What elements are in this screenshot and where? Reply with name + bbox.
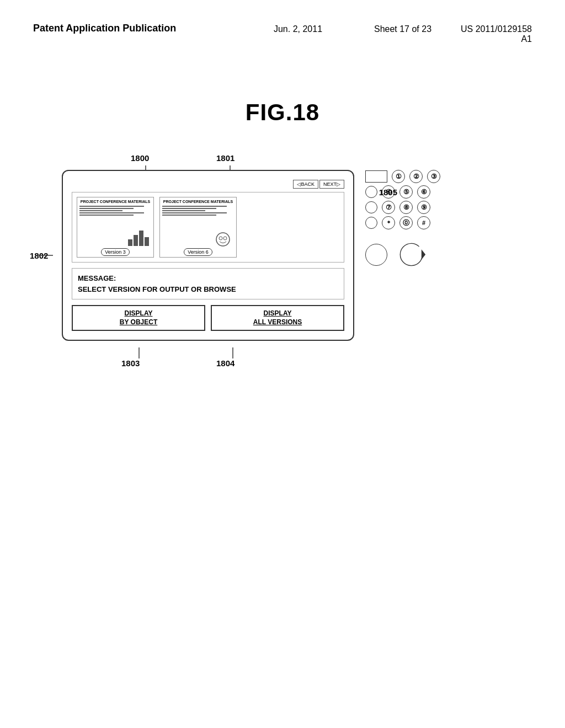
key-2[interactable]: ②	[409, 170, 423, 183]
rect-box	[365, 170, 387, 183]
key-0[interactable]: ⓪	[399, 216, 413, 229]
key-5[interactable]: ⑤	[399, 185, 413, 199]
message-box: MESSAGE: SELECT VERSION FOR OUTPUT OR BR…	[72, 268, 344, 299]
sheet-number: Sheet 17 of 23	[353, 22, 452, 34]
line4	[162, 212, 227, 213]
line2	[79, 208, 134, 209]
key-6[interactable]: ⑥	[417, 185, 430, 199]
circle-overlay-icon	[215, 232, 231, 247]
thumbnail-version3: PROJECT CONFERENCE MATERIALS	[77, 197, 154, 258]
label-1804: 1804	[216, 358, 234, 368]
top-labels-row: 1800 1801	[100, 153, 520, 170]
line5	[79, 215, 134, 216]
figure-title: FIG.18	[0, 99, 565, 126]
svg-point-4	[216, 233, 230, 246]
bar-chart	[128, 229, 149, 246]
message-text: SELECT VERSION FOR OUTPUT OR BROWSE	[78, 284, 338, 295]
next-button[interactable]: NEXT▷	[319, 180, 344, 189]
key-9[interactable]: ⑨	[417, 201, 430, 214]
key-hash[interactable]: #	[417, 216, 430, 229]
nav-area: ◁BACK NEXT▷	[72, 180, 344, 189]
btn1-line1: DISPLAY	[125, 309, 153, 317]
svg-point-6	[223, 237, 227, 240]
label-1803: 1803	[121, 358, 140, 368]
line3	[79, 210, 122, 211]
label-1800: 1800	[131, 153, 149, 163]
thumb2-title: PROJECT CONFERENCE MATERIALS	[162, 200, 234, 204]
display-all-versions-button[interactable]: DISPLAY ALL VERSIONS	[211, 305, 344, 331]
label-1805: 1805	[379, 188, 397, 197]
bottom-labels-row: 1803 1804	[62, 347, 354, 370]
bar1	[128, 239, 132, 246]
keypad-area: ① ② ③ ④ ⑤ ⑥ ⑦ ⑧	[365, 170, 440, 229]
back-button[interactable]: ◁BACK	[293, 180, 318, 189]
keypad-row-3: ⑦ ⑧ ⑨	[365, 201, 440, 214]
svg-point-5	[219, 237, 222, 240]
keypad-row-1: ① ② ③	[365, 170, 440, 183]
right-panel: ① ② ③ ④ ⑤ ⑥ ⑦ ⑧	[365, 170, 440, 341]
key-8[interactable]: ⑧	[399, 201, 413, 214]
line1	[79, 206, 144, 207]
circle-svg	[215, 232, 231, 247]
thumb1-label: Version 3	[79, 249, 151, 255]
screen-box: 1802 1805 ◁BACK NEXT▷ PROJECT CONFERENCE…	[62, 170, 354, 341]
thumbnail-version6: PROJECT CONFERENCE MATERIALS	[159, 197, 237, 258]
diagram-container: 1800 1801 1802 1805	[0, 153, 565, 370]
line5	[162, 215, 216, 216]
line4	[79, 212, 144, 213]
line1	[162, 206, 227, 207]
diagram-wrapper: 1800 1801 1802 1805	[45, 153, 520, 370]
key-star[interactable]: ＊	[382, 216, 395, 229]
message-label: MESSAGE:	[78, 273, 338, 284]
display-by-object-button[interactable]: DISPLAY BY OBJECT	[72, 305, 205, 331]
btn2-line2: ALL VERSIONS	[253, 318, 302, 326]
key-3[interactable]: ③	[427, 170, 440, 183]
bar3	[139, 231, 143, 246]
radio-circle-3[interactable]	[365, 201, 377, 213]
thumb2-label: Version 6	[162, 249, 234, 255]
label-1801: 1801	[216, 153, 234, 163]
action-buttons: DISPLAY BY OBJECT DISPLAY ALL VERSIONS	[72, 305, 344, 331]
btn1-line2: BY OBJECT	[120, 318, 157, 326]
radio-circle-4[interactable]	[365, 217, 377, 229]
label-1802: 1802	[30, 251, 48, 260]
bar4	[145, 237, 149, 246]
key-7[interactable]: ⑦	[382, 201, 395, 214]
phone-circle[interactable]	[365, 244, 387, 266]
thumb1-title: PROJECT CONFERENCE MATERIALS	[79, 200, 151, 204]
keypad-row-4: ＊ ⓪ #	[365, 216, 440, 229]
btn2-line1: DISPLAY	[264, 309, 292, 317]
publication-label: Patent Application Publication	[33, 22, 243, 35]
publication-date: Jun. 2, 2011	[243, 22, 353, 34]
thumbnails-row: PROJECT CONFERENCE MATERIALS	[72, 192, 344, 263]
bar2	[134, 235, 138, 246]
radio-circle-2[interactable]	[365, 186, 377, 198]
bar-chart-icon	[128, 229, 149, 246]
keypad-row-2: ④ ⑤ ⑥	[365, 185, 440, 199]
bottom-connector-svg	[62, 347, 354, 370]
page-header: Patent Application Publication Jun. 2, 2…	[0, 0, 565, 55]
main-panel: 1802 1805 ◁BACK NEXT▷ PROJECT CONFERENCE…	[62, 170, 520, 341]
key-1[interactable]: ①	[392, 170, 405, 183]
svg-marker-8	[422, 249, 425, 259]
dial-icon	[396, 239, 427, 270]
patent-number: US 2011/0129158 A1	[452, 22, 532, 44]
phone-area	[365, 239, 440, 270]
line2	[162, 208, 216, 209]
svg-point-7	[400, 243, 422, 265]
line3	[162, 210, 205, 211]
